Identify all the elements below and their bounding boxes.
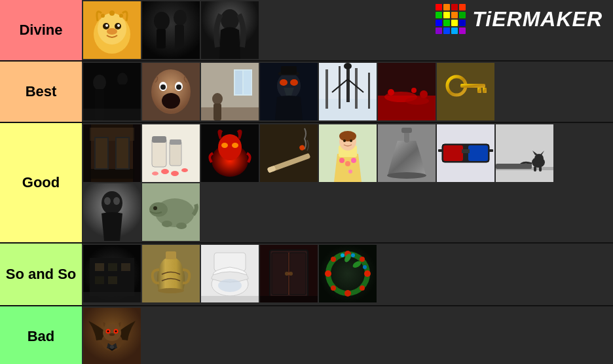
svg-rect-122 [534, 166, 536, 172]
svg-point-8 [101, 14, 105, 18]
svg-point-105 [343, 139, 346, 142]
list-item [142, 245, 200, 302]
svg-point-170 [331, 285, 336, 291]
svg-point-64 [420, 90, 428, 98]
list-item [83, 308, 141, 364]
svg-point-109 [387, 172, 426, 179]
list-item [319, 245, 377, 302]
svg-rect-142 [121, 263, 130, 271]
svg-point-6 [117, 24, 120, 27]
svg-rect-116 [488, 149, 493, 152]
svg-point-86 [152, 172, 158, 175]
svg-rect-124 [496, 164, 532, 169]
svg-point-99 [339, 158, 344, 163]
svg-rect-118 [496, 124, 553, 182]
svg-point-5 [105, 24, 108, 27]
svg-rect-77 [95, 137, 108, 169]
list-item [83, 183, 141, 241]
svg-point-14 [174, 10, 187, 26]
svg-point-7 [107, 28, 117, 35]
list-item [378, 63, 436, 120]
divine-item-1-svg [83, 1, 141, 59]
list-item [83, 1, 141, 59]
svg-rect-110 [401, 128, 412, 133]
svg-point-128 [104, 197, 111, 205]
svg-point-136 [153, 206, 157, 210]
logo-cell [436, 27, 442, 34]
logo-cell [443, 12, 450, 18]
logo-cell [459, 12, 466, 18]
svg-point-152 [218, 279, 242, 292]
svg-point-133 [149, 202, 168, 217]
svg-point-134 [162, 221, 172, 227]
svg-point-184 [107, 331, 109, 333]
svg-point-32 [162, 93, 180, 109]
svg-point-1 [94, 14, 130, 54]
list-item [201, 63, 259, 120]
svg-point-55 [344, 63, 352, 69]
svg-rect-37 [244, 71, 251, 94]
svg-point-175 [351, 253, 355, 257]
svg-rect-141 [108, 263, 117, 271]
tier-label-good: Good [0, 123, 82, 242]
svg-rect-144 [108, 276, 117, 284]
tier-items-best [82, 62, 613, 122]
svg-point-62 [388, 89, 394, 96]
list-item [201, 124, 259, 182]
logo-cell [459, 4, 466, 10]
list-item [437, 63, 494, 120]
list-item [142, 124, 200, 182]
svg-rect-147 [166, 251, 176, 259]
svg-rect-114 [468, 145, 488, 161]
tier-items-soandso [82, 244, 613, 305]
svg-rect-113 [443, 145, 463, 161]
logo-cell [451, 27, 458, 34]
svg-point-4 [115, 23, 121, 29]
logo-cell [436, 20, 442, 26]
svg-rect-52 [355, 68, 358, 109]
logo-cell [451, 20, 458, 26]
logo-cell [443, 4, 450, 10]
logo-cell [436, 4, 442, 10]
svg-rect-0 [83, 1, 141, 59]
list-item [319, 124, 377, 182]
svg-point-85 [171, 171, 179, 176]
svg-point-185 [115, 331, 117, 333]
svg-point-92 [232, 143, 238, 148]
svg-point-84 [161, 169, 169, 174]
svg-rect-16 [175, 25, 184, 48]
logo-grid [436, 4, 466, 34]
svg-point-3 [103, 23, 109, 29]
svg-rect-83 [170, 139, 181, 145]
svg-point-19 [221, 9, 239, 30]
svg-rect-46 [281, 66, 297, 74]
svg-point-39 [212, 93, 223, 105]
tier-row-best: Best [0, 62, 613, 123]
svg-point-121 [534, 154, 544, 163]
svg-rect-143 [95, 276, 104, 284]
svg-point-166 [360, 257, 365, 262]
svg-point-177 [341, 253, 344, 257]
svg-point-167 [364, 270, 371, 277]
svg-point-61 [405, 97, 429, 105]
tier-row-good: Good [0, 123, 613, 244]
divine-item-3-svg [201, 1, 259, 59]
svg-point-135 [176, 223, 187, 229]
svg-rect-153 [201, 296, 259, 302]
svg-point-129 [113, 197, 120, 205]
tier-label-soandso: So and So [0, 244, 82, 305]
svg-point-91 [221, 143, 228, 148]
svg-point-190 [109, 333, 115, 336]
svg-rect-160 [288, 253, 289, 295]
svg-point-100 [345, 161, 350, 166]
list-item [260, 63, 318, 120]
svg-rect-123 [539, 166, 542, 172]
tier-label-bad: Bad [0, 306, 82, 364]
list-item [142, 183, 200, 241]
list-item [201, 245, 259, 302]
svg-rect-69 [477, 88, 481, 93]
list-item [319, 63, 377, 120]
svg-point-30 [160, 84, 166, 90]
logo-cell [451, 12, 458, 18]
list-item [142, 1, 200, 59]
